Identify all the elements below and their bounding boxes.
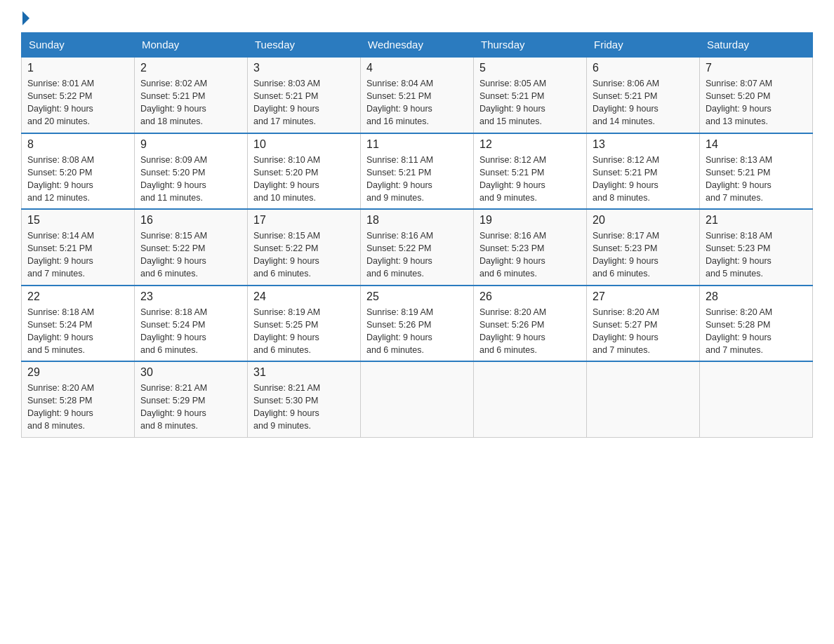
day-number: 25 <box>366 290 468 303</box>
day-number: 8 <box>27 138 128 151</box>
calendar-cell: 9 Sunrise: 8:09 AM Sunset: 5:20 PM Dayli… <box>135 133 248 210</box>
calendar-cell: 22 Sunrise: 8:18 AM Sunset: 5:24 PM Dayl… <box>22 286 135 362</box>
day-number: 18 <box>366 214 468 227</box>
calendar-cell: 27 Sunrise: 8:20 AM Sunset: 5:27 PM Dayl… <box>587 286 700 362</box>
calendar-cell: 15 Sunrise: 8:14 AM Sunset: 5:21 PM Dayl… <box>22 209 135 286</box>
day-number: 3 <box>253 62 355 74</box>
calendar-cell: 17 Sunrise: 8:15 AM Sunset: 5:22 PM Dayl… <box>248 209 361 286</box>
calendar-header-row: SundayMondayTuesdayWednesdayThursdayFrid… <box>22 33 813 58</box>
day-number: 20 <box>593 214 694 227</box>
day-number: 21 <box>706 214 807 227</box>
calendar-cell <box>474 361 587 437</box>
calendar-cell: 16 Sunrise: 8:15 AM Sunset: 5:22 PM Dayl… <box>135 209 248 286</box>
calendar-cell: 1 Sunrise: 8:01 AM Sunset: 5:22 PM Dayli… <box>22 57 135 133</box>
logo <box>21 14 29 25</box>
calendar-cell: 23 Sunrise: 8:18 AM Sunset: 5:24 PM Dayl… <box>135 286 248 362</box>
day-info: Sunrise: 8:18 AM Sunset: 5:23 PM Dayligh… <box>706 229 807 281</box>
day-info: Sunrise: 8:21 AM Sunset: 5:30 PM Dayligh… <box>253 382 355 433</box>
column-header-wednesday: Wednesday <box>361 33 474 58</box>
day-info: Sunrise: 8:20 AM Sunset: 5:28 PM Dayligh… <box>27 382 128 433</box>
calendar-cell: 2 Sunrise: 8:02 AM Sunset: 5:21 PM Dayli… <box>135 57 248 133</box>
day-number: 29 <box>27 366 128 379</box>
day-number: 28 <box>706 290 807 303</box>
calendar-cell: 8 Sunrise: 8:08 AM Sunset: 5:20 PM Dayli… <box>22 133 135 210</box>
day-info: Sunrise: 8:02 AM Sunset: 5:21 PM Dayligh… <box>140 77 241 128</box>
day-number: 23 <box>140 290 241 303</box>
day-info: Sunrise: 8:13 AM Sunset: 5:21 PM Dayligh… <box>706 154 807 205</box>
calendar-cell: 5 Sunrise: 8:05 AM Sunset: 5:21 PM Dayli… <box>474 57 587 133</box>
calendar-week-row: 29 Sunrise: 8:20 AM Sunset: 5:28 PM Dayl… <box>22 361 813 437</box>
calendar-cell: 29 Sunrise: 8:20 AM Sunset: 5:28 PM Dayl… <box>22 361 135 437</box>
day-number: 9 <box>140 138 241 151</box>
calendar-week-row: 8 Sunrise: 8:08 AM Sunset: 5:20 PM Dayli… <box>22 133 813 210</box>
day-info: Sunrise: 8:21 AM Sunset: 5:29 PM Dayligh… <box>140 382 241 433</box>
day-number: 31 <box>253 366 355 379</box>
day-info: Sunrise: 8:20 AM Sunset: 5:27 PM Dayligh… <box>593 306 694 357</box>
calendar-cell: 11 Sunrise: 8:11 AM Sunset: 5:21 PM Dayl… <box>361 133 474 210</box>
day-number: 7 <box>706 62 807 74</box>
day-info: Sunrise: 8:11 AM Sunset: 5:21 PM Dayligh… <box>366 154 468 205</box>
day-number: 27 <box>593 290 694 303</box>
day-info: Sunrise: 8:06 AM Sunset: 5:21 PM Dayligh… <box>593 77 694 128</box>
day-number: 19 <box>479 214 581 227</box>
day-info: Sunrise: 8:20 AM Sunset: 5:28 PM Dayligh… <box>706 306 807 357</box>
calendar-cell: 28 Sunrise: 8:20 AM Sunset: 5:28 PM Dayl… <box>700 286 813 362</box>
calendar-cell: 26 Sunrise: 8:20 AM Sunset: 5:26 PM Dayl… <box>474 286 587 362</box>
day-number: 11 <box>366 138 468 151</box>
day-info: Sunrise: 8:07 AM Sunset: 5:20 PM Dayligh… <box>706 77 807 128</box>
calendar-cell: 20 Sunrise: 8:17 AM Sunset: 5:23 PM Dayl… <box>587 209 700 286</box>
day-info: Sunrise: 8:12 AM Sunset: 5:21 PM Dayligh… <box>593 154 694 205</box>
day-number: 12 <box>479 138 581 151</box>
day-info: Sunrise: 8:09 AM Sunset: 5:20 PM Dayligh… <box>140 154 241 205</box>
calendar-cell: 19 Sunrise: 8:16 AM Sunset: 5:23 PM Dayl… <box>474 209 587 286</box>
day-info: Sunrise: 8:17 AM Sunset: 5:23 PM Dayligh… <box>593 229 694 281</box>
calendar-week-row: 1 Sunrise: 8:01 AM Sunset: 5:22 PM Dayli… <box>22 57 813 133</box>
column-header-friday: Friday <box>587 33 700 58</box>
day-info: Sunrise: 8:16 AM Sunset: 5:22 PM Dayligh… <box>366 229 468 281</box>
day-info: Sunrise: 8:12 AM Sunset: 5:21 PM Dayligh… <box>479 154 581 205</box>
calendar-cell: 31 Sunrise: 8:21 AM Sunset: 5:30 PM Dayl… <box>248 361 361 437</box>
day-number: 16 <box>140 214 241 227</box>
day-info: Sunrise: 8:01 AM Sunset: 5:22 PM Dayligh… <box>27 77 128 128</box>
day-info: Sunrise: 8:19 AM Sunset: 5:26 PM Dayligh… <box>366 306 468 357</box>
column-header-saturday: Saturday <box>700 33 813 58</box>
day-info: Sunrise: 8:14 AM Sunset: 5:21 PM Dayligh… <box>27 229 128 281</box>
day-info: Sunrise: 8:04 AM Sunset: 5:21 PM Dayligh… <box>366 77 468 128</box>
day-info: Sunrise: 8:08 AM Sunset: 5:20 PM Dayligh… <box>27 154 128 205</box>
day-info: Sunrise: 8:10 AM Sunset: 5:20 PM Dayligh… <box>253 154 355 205</box>
day-number: 22 <box>27 290 128 303</box>
day-number: 6 <box>593 62 694 74</box>
day-number: 13 <box>593 138 694 151</box>
calendar-cell <box>700 361 813 437</box>
calendar-cell: 13 Sunrise: 8:12 AM Sunset: 5:21 PM Dayl… <box>587 133 700 210</box>
day-number: 5 <box>479 62 581 74</box>
day-number: 24 <box>253 290 355 303</box>
day-info: Sunrise: 8:15 AM Sunset: 5:22 PM Dayligh… <box>253 229 355 281</box>
day-info: Sunrise: 8:18 AM Sunset: 5:24 PM Dayligh… <box>27 306 128 357</box>
day-info: Sunrise: 8:20 AM Sunset: 5:26 PM Dayligh… <box>479 306 581 357</box>
day-number: 14 <box>706 138 807 151</box>
day-number: 4 <box>366 62 468 74</box>
calendar-cell: 3 Sunrise: 8:03 AM Sunset: 5:21 PM Dayli… <box>248 57 361 133</box>
column-header-tuesday: Tuesday <box>248 33 361 58</box>
day-number: 2 <box>140 62 241 74</box>
calendar-cell <box>361 361 474 437</box>
calendar-table: SundayMondayTuesdayWednesdayThursdayFrid… <box>21 32 813 438</box>
day-info: Sunrise: 8:18 AM Sunset: 5:24 PM Dayligh… <box>140 306 241 357</box>
calendar-cell: 30 Sunrise: 8:21 AM Sunset: 5:29 PM Dayl… <box>135 361 248 437</box>
calendar-cell: 25 Sunrise: 8:19 AM Sunset: 5:26 PM Dayl… <box>361 286 474 362</box>
calendar-cell: 6 Sunrise: 8:06 AM Sunset: 5:21 PM Dayli… <box>587 57 700 133</box>
page-header <box>21 14 813 25</box>
calendar-cell: 21 Sunrise: 8:18 AM Sunset: 5:23 PM Dayl… <box>700 209 813 286</box>
calendar-week-row: 22 Sunrise: 8:18 AM Sunset: 5:24 PM Dayl… <box>22 286 813 362</box>
day-info: Sunrise: 8:15 AM Sunset: 5:22 PM Dayligh… <box>140 229 241 281</box>
day-info: Sunrise: 8:19 AM Sunset: 5:25 PM Dayligh… <box>253 306 355 357</box>
calendar-cell: 24 Sunrise: 8:19 AM Sunset: 5:25 PM Dayl… <box>248 286 361 362</box>
column-header-sunday: Sunday <box>22 33 135 58</box>
day-number: 30 <box>140 366 241 379</box>
calendar-cell: 10 Sunrise: 8:10 AM Sunset: 5:20 PM Dayl… <box>248 133 361 210</box>
day-info: Sunrise: 8:05 AM Sunset: 5:21 PM Dayligh… <box>479 77 581 128</box>
day-info: Sunrise: 8:03 AM Sunset: 5:21 PM Dayligh… <box>253 77 355 128</box>
column-header-thursday: Thursday <box>474 33 587 58</box>
day-number: 15 <box>27 214 128 227</box>
